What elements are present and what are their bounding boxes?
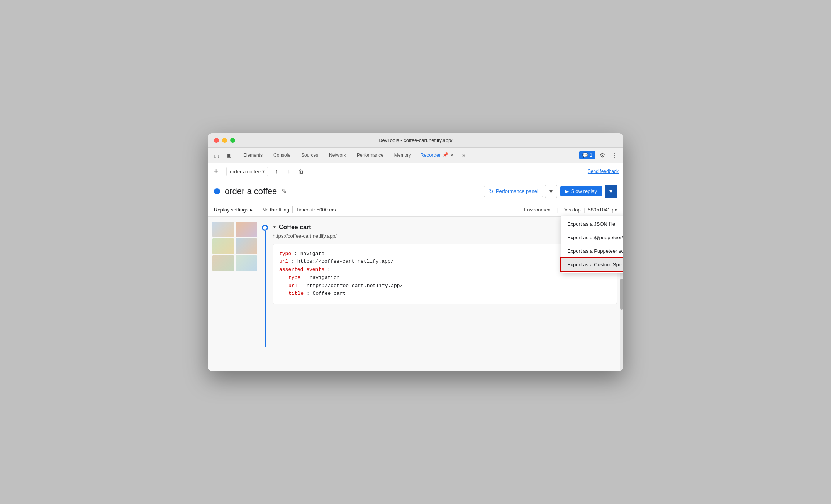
slow-replay-dropdown[interactable]: ▾ (605, 185, 617, 198)
devtools-nav-icons: ⬚ ▣ (211, 150, 234, 161)
send-feedback-link[interactable]: Send feedback (588, 169, 619, 174)
environment-value: Desktop (562, 207, 581, 213)
settings-right: Environment | Desktop | 580×1041 px (524, 207, 617, 213)
timeline-circle (262, 225, 268, 231)
tab-console[interactable]: Console (269, 149, 295, 161)
title-bar: DevTools - coffee-cart.netlify.app/ (208, 133, 623, 148)
window-title: DevTools - coffee-cart.netlify.app/ (378, 137, 453, 143)
settings-left: Replay settings ▶ No throttling Timeout:… (214, 206, 339, 213)
import-button[interactable]: ↓ (283, 166, 294, 177)
pin-icon: 📌 (443, 152, 448, 157)
tab-recorder[interactable]: Recorder 📌 × (417, 149, 457, 161)
recorder-toolbar: + order a coffee ▾ ↑ ↓ 🗑 Send feedback (208, 163, 623, 180)
play-icon: ▶ (565, 188, 569, 194)
recording-header: order a coffee ✎ ↻ Performance panel ▾ ▶… (208, 180, 623, 203)
code-line-inner-url: url : https://coffee-cart.netlify.app/ (279, 282, 611, 290)
thumbnail-4[interactable] (236, 238, 257, 254)
export-button[interactable]: ↑ (271, 166, 282, 177)
delete-button[interactable]: 🗑 (296, 166, 307, 177)
recording-actions: ↻ Performance panel ▾ ▶ Slow replay ▾ Ex… (484, 185, 617, 198)
more-options-icon[interactable]: ⋮ (609, 150, 620, 161)
step-title-row: ▼ Coffee cart (273, 224, 311, 231)
add-recording-button[interactable]: + (212, 166, 223, 177)
thumbnail-3[interactable] (212, 238, 234, 254)
tab-memory[interactable]: Memory (390, 149, 416, 161)
code-line-title: title : Coffee cart (279, 290, 611, 298)
thumbnail-5[interactable] (212, 255, 234, 271)
tab-performance[interactable]: Performance (352, 149, 388, 161)
slow-replay-label: Slow replay (571, 188, 597, 194)
step-expand-icon[interactable]: ▼ (273, 225, 276, 229)
settings-values: No throttling Timeout: 5000 ms (259, 206, 339, 213)
devtools-window: DevTools - coffee-cart.netlify.app/ ⬚ ▣ … (208, 133, 623, 371)
timeline-line-container (262, 223, 268, 347)
traffic-lights (214, 138, 235, 143)
thumbnail-grid (212, 222, 257, 271)
tab-bar-right: 💬 1 ⚙ ⋮ (579, 150, 620, 161)
settings-triangle-icon: ▶ (250, 208, 253, 212)
settings-icon[interactable]: ⚙ (597, 150, 608, 161)
device-icon[interactable]: ▣ (223, 150, 234, 161)
thumbnail-2[interactable] (236, 222, 257, 237)
cursor-icon[interactable]: ⬚ (211, 150, 222, 161)
tab-network[interactable]: Network (324, 149, 351, 161)
chevron-down-icon: ▾ (262, 169, 265, 174)
tab-bar: ⬚ ▣ Elements Console Sources Network Per… (208, 148, 623, 163)
feedback-button[interactable]: 💬 1 (579, 151, 595, 159)
export-puppeteer-script-item[interactable]: Export as a Puppeteer script (561, 244, 623, 258)
edit-title-icon[interactable]: ✎ (282, 188, 287, 195)
recording-title: order a coffee (225, 186, 277, 196)
minimize-button[interactable] (222, 138, 227, 143)
environment-size: 580×1041 px (588, 207, 617, 213)
recording-title-row: order a coffee ✎ (214, 186, 287, 196)
timeline-line (265, 231, 266, 347)
maximize-button[interactable] (230, 138, 235, 143)
replay-settings-label[interactable]: Replay settings ▶ (214, 207, 253, 213)
recording-selector[interactable]: order a coffee ▾ (226, 167, 268, 176)
export-puppeteer-replay-item[interactable]: Export as a @puppeteer/replay script (561, 231, 623, 244)
more-tabs-icon[interactable]: » (458, 150, 469, 161)
performance-panel-dropdown[interactable]: ▾ (545, 185, 557, 198)
thumbnail-1[interactable] (212, 222, 234, 237)
environment-label: Environment (524, 207, 552, 213)
refresh-icon: ↻ (489, 188, 494, 194)
recording-status-dot (214, 188, 220, 194)
tab-elements[interactable]: Elements (239, 149, 267, 161)
recording-name: order a coffee (230, 169, 261, 174)
settings-bar: Replay settings ▶ No throttling Timeout:… (208, 203, 623, 217)
export-custom-special-item[interactable]: Export as a Custom Special script (561, 258, 623, 271)
code-line-inner-type: type : navigation (279, 274, 611, 282)
step-title: Coffee cart (279, 224, 311, 231)
slow-replay-button[interactable]: ▶ Slow replay (560, 186, 602, 196)
tab-sources[interactable]: Sources (297, 149, 323, 161)
close-button[interactable] (214, 138, 219, 143)
throttling-value: No throttling (259, 206, 292, 213)
chat-icon: 💬 (582, 152, 588, 158)
recorder-close-icon[interactable]: × (451, 152, 454, 158)
timeout-value: Timeout: 5000 ms (293, 206, 339, 213)
performance-panel-label: Performance panel (496, 188, 538, 194)
thumbnail-panel (208, 217, 262, 371)
performance-panel-button[interactable]: ↻ Performance panel (484, 186, 543, 197)
export-dropdown: Export as a JSON file Export as a @puppe… (561, 216, 623, 273)
toolbar-actions: ↑ ↓ 🗑 (271, 166, 307, 177)
export-json-item[interactable]: Export as a JSON file (561, 217, 623, 231)
thumbnail-6[interactable] (236, 255, 257, 271)
recorder-label: Recorder (420, 152, 441, 158)
scrollbar-thumb[interactable] (620, 279, 623, 310)
